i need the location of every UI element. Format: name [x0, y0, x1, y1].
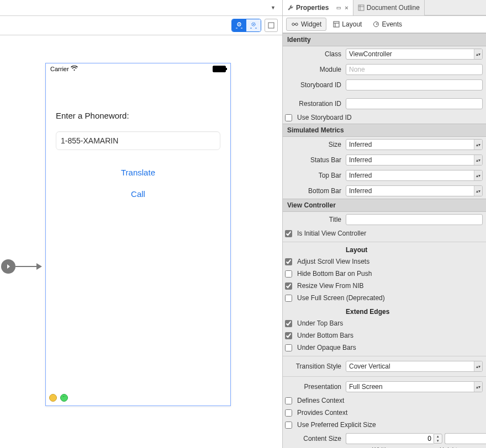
- is-initial-vc-label: Is Initial View Controller: [297, 230, 366, 237]
- panel-tabs: Properties ▭ × Document Outline: [283, 0, 486, 16]
- initial-view-controller-arrow[interactable]: [1, 259, 42, 274]
- chevron-updown-icon: ▴▾: [474, 382, 482, 392]
- svg-rect-8: [334, 22, 339, 27]
- view-as-dropdown[interactable]: ▼: [267, 4, 279, 12]
- resize-from-nib-checkbox[interactable]: [285, 282, 292, 290]
- scene-dock[interactable]: [46, 392, 230, 406]
- adjust-scroll-insets-label: Adjust Scroll View Insets: [297, 258, 369, 265]
- bottom-bar-select[interactable]: Inferred ▴▾: [346, 185, 483, 196]
- hide-bottom-bar-checkbox[interactable]: [285, 270, 292, 278]
- translate-button[interactable]: Translate: [56, 161, 220, 177]
- stepper-buttons[interactable]: ▴▾: [434, 434, 442, 444]
- properties-tab[interactable]: Properties ▭ ×: [283, 0, 353, 15]
- bottom-bar-label: Bottom Bar: [283, 187, 346, 195]
- storyboard-id-label: Storyboard ID: [283, 81, 346, 89]
- top-bar-select[interactable]: Inferred ▴▾: [346, 170, 483, 181]
- inspector-sub-tabs: Widget Layout Events: [283, 16, 486, 33]
- chevron-updown-icon: ▴▾: [474, 140, 482, 150]
- exit-icon[interactable]: [60, 394, 68, 402]
- close-tab-icon[interactable]: ×: [345, 4, 348, 11]
- module-label: Module: [283, 66, 346, 73]
- widget-icon: [291, 21, 299, 28]
- use-preferred-size-checkbox[interactable]: [285, 422, 292, 429]
- size-select[interactable]: Inferred ▴▾: [346, 139, 483, 150]
- under-bottom-bars-label: Under Bottom Bars: [297, 332, 353, 339]
- content-height-stepper[interactable]: ▴▾: [445, 433, 486, 444]
- layout-subheader: Layout: [346, 246, 367, 254]
- under-top-bars-label: Under Top Bars: [297, 319, 343, 327]
- under-bottom-bars-checkbox[interactable]: [285, 332, 292, 339]
- detach-icon[interactable]: ▭: [336, 5, 342, 10]
- content-width-stepper[interactable]: ▴▾: [346, 433, 442, 444]
- under-opaque-bars-checkbox[interactable]: [285, 344, 292, 351]
- svg-point-3: [253, 24, 254, 25]
- use-full-screen-checkbox[interactable]: [285, 295, 292, 302]
- use-full-screen-label: Use Full Screen (Deprecated): [297, 294, 385, 302]
- layout-icon: [333, 21, 340, 28]
- adjust-scroll-insets-checkbox[interactable]: [285, 258, 292, 265]
- content-height-input[interactable]: [445, 433, 486, 444]
- use-storyboard-id-checkbox[interactable]: [285, 114, 292, 121]
- call-button[interactable]: Call: [56, 188, 220, 199]
- presentation-select[interactable]: Full Screen ▴▾: [346, 381, 483, 392]
- layout-sub-tab[interactable]: Layout: [329, 18, 366, 30]
- constraint-mode-segmented[interactable]: [231, 19, 261, 32]
- defines-context-label: Defines Context: [297, 397, 344, 404]
- entry-arrow-line: [15, 266, 36, 267]
- chevron-updown-icon: ▴▾: [474, 170, 482, 180]
- provides-context-checkbox[interactable]: [285, 409, 292, 417]
- chevron-updown-icon: ▴▾: [474, 155, 482, 165]
- wifi-icon: [71, 66, 78, 71]
- presentation-label: Presentation: [283, 383, 346, 391]
- first-responder-icon[interactable]: [49, 394, 57, 402]
- svg-rect-5: [358, 5, 364, 10]
- layout-rectangle-button[interactable]: [265, 19, 278, 32]
- title-label: Title: [283, 216, 346, 223]
- canvas-top-strip: ▼: [0, 0, 282, 16]
- is-initial-vc-checkbox[interactable]: [285, 230, 292, 237]
- extend-edges-subheader: Extend Edges: [346, 308, 389, 316]
- constraint-mode-constraints-button[interactable]: [246, 19, 261, 31]
- storyboard-id-input[interactable]: [346, 79, 483, 90]
- module-input[interactable]: [346, 64, 483, 75]
- content-width-input[interactable]: [346, 433, 434, 444]
- status-bar-label: Status Bar: [283, 156, 346, 164]
- title-input[interactable]: [346, 214, 483, 225]
- defines-context-checkbox[interactable]: [285, 397, 292, 404]
- simulated-metrics-header: Simulated Metrics: [283, 124, 486, 137]
- entry-point-icon: [1, 259, 15, 274]
- events-sub-tab[interactable]: Events: [368, 18, 406, 30]
- transition-style-select[interactable]: Cover Vertical ▴▾: [346, 361, 483, 372]
- entry-arrow-head: [36, 263, 42, 270]
- under-top-bars-checkbox[interactable]: [285, 320, 292, 327]
- svg-point-6: [292, 23, 294, 25]
- restoration-id-label: Restoration ID: [283, 100, 346, 108]
- phoneword-text-field[interactable]: 1-855-XAMARIN: [56, 131, 220, 150]
- battery-icon: [213, 66, 226, 72]
- chevron-updown-icon: ▴▾: [474, 186, 482, 196]
- top-bar-label: Top Bar: [283, 172, 346, 179]
- view-controller-scene[interactable]: Carrier Enter a Phoneword: 1-855-XAMARIN…: [45, 63, 231, 406]
- document-outline-tab[interactable]: Document Outline: [353, 0, 425, 15]
- content-size-label: Content Size: [283, 435, 346, 442]
- resize-from-nib-label: Resize View From NIB: [297, 282, 363, 290]
- provides-context-label: Provides Context: [297, 409, 347, 417]
- chevron-updown-icon: ▴▾: [474, 361, 482, 371]
- constraint-mode-frame-button[interactable]: [232, 19, 246, 31]
- status-bar-select[interactable]: Inferred ▴▾: [346, 154, 483, 166]
- phoneword-prompt-label: Enter a Phoneword:: [56, 84, 220, 120]
- events-icon: [373, 21, 379, 28]
- restoration-id-input[interactable]: [346, 98, 483, 109]
- canvas-toolbar: [0, 16, 282, 35]
- widget-sub-tab[interactable]: Widget: [286, 18, 326, 31]
- svg-point-1: [239, 24, 240, 25]
- identity-section-header: Identity: [283, 33, 486, 46]
- transition-style-label: Transition Style: [283, 362, 346, 370]
- hide-bottom-bar-label: Hide Bottom Bar on Push: [297, 270, 372, 278]
- outline-icon: [358, 4, 364, 11]
- class-select[interactable]: ViewController ▴▾: [346, 49, 483, 60]
- class-label: Class: [283, 50, 346, 58]
- simulated-status-bar: Carrier: [46, 63, 230, 74]
- storyboard-canvas[interactable]: Carrier Enter a Phoneword: 1-855-XAMARIN…: [0, 35, 282, 448]
- use-preferred-size-label: Use Preferred Explicit Size: [297, 421, 376, 429]
